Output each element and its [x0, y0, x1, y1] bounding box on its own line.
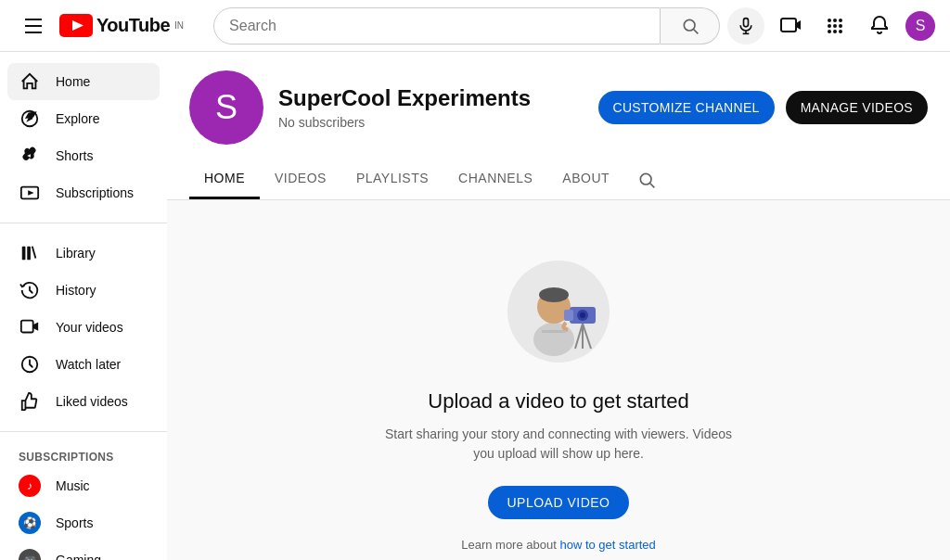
shorts-icon — [19, 145, 41, 167]
sidebar-item-sports[interactable]: ⚽ Sports — [7, 504, 160, 541]
sidebar-label-subscriptions: Subscriptions — [56, 185, 134, 200]
customize-channel-button[interactable]: CUSTOMIZE CHANNEL — [598, 91, 775, 124]
home-icon — [19, 70, 41, 93]
sidebar-item-liked-videos[interactable]: Liked videos — [7, 383, 160, 420]
how-to-get-started-link[interactable]: how to get started — [559, 538, 655, 552]
sidebar-label-history: History — [56, 283, 96, 298]
bell-icon — [868, 15, 891, 37]
sidebar-subscriptions-section: SUBSCRIPTIONS ♪ Music ⚽ Sports 🎮 Gaming … — [0, 439, 167, 560]
svg-rect-25 — [22, 247, 26, 261]
channel-actions: CUSTOMIZE CHANNEL MANAGE VIDEOS — [598, 91, 928, 124]
music-channel-icon: ♪ — [19, 475, 41, 497]
app: Home Explore Shorts — [0, 0, 950, 560]
sidebar-item-your-videos[interactable]: Your videos — [7, 309, 160, 346]
sidebar-label-your-videos: Your videos — [56, 320, 123, 335]
sidebar-item-watch-later[interactable]: Watch later — [7, 346, 160, 383]
channel-subscribers: No subscribers — [278, 115, 584, 130]
sidebar-item-gaming[interactable]: 🎮 Gaming — [7, 541, 160, 560]
apps-button[interactable] — [816, 7, 854, 45]
sidebar-label-shorts: Shorts — [56, 148, 93, 163]
sidebar-label-watch-later: Watch later — [56, 357, 121, 372]
tab-about[interactable]: ABOUT — [547, 159, 624, 199]
sidebar-item-explore[interactable]: Explore — [7, 100, 160, 137]
watch-later-icon — [19, 353, 41, 375]
svg-point-39 — [640, 173, 651, 185]
notifications-button[interactable] — [861, 7, 898, 45]
search-icon — [681, 17, 700, 35]
menu-button[interactable] — [15, 7, 52, 45]
svg-point-48 — [580, 312, 585, 318]
sidebar-main-section: Home Explore Shorts — [0, 59, 167, 215]
apps-icon — [824, 15, 846, 37]
sports-channel-icon: ⚽ — [19, 512, 41, 534]
your-videos-icon — [19, 316, 41, 338]
svg-line-3 — [693, 29, 698, 33]
main-content: S SuperCool Experiments No subscribers C… — [167, 52, 950, 560]
sidebar-label-liked-videos: Liked videos — [56, 394, 128, 409]
user-avatar-button[interactable]: S — [905, 11, 935, 41]
sidebar-item-history[interactable]: History — [7, 272, 160, 309]
channel-tabs: HOME VIDEOS PLAYLISTS CHANNELS ABOUT — [189, 159, 928, 199]
upload-video-button[interactable]: UPLOAD VIDEO — [488, 486, 628, 519]
svg-line-40 — [650, 183, 655, 187]
divider-1 — [0, 223, 167, 223]
library-icon — [19, 242, 41, 264]
sidebar-item-shorts[interactable]: Shorts — [7, 137, 160, 174]
create-button[interactable] — [772, 7, 809, 45]
gaming-channel-icon: 🎮 — [19, 549, 41, 560]
svg-rect-26 — [27, 247, 31, 261]
tab-home[interactable]: HOME — [189, 159, 260, 199]
logo-text: YouTube — [96, 15, 170, 36]
tab-videos[interactable]: VIDEOS — [260, 159, 341, 199]
svg-rect-4 — [744, 18, 749, 26]
sidebar-item-home[interactable]: Home — [7, 63, 160, 100]
liked-videos-icon — [19, 390, 41, 413]
svg-point-44 — [539, 287, 569, 302]
svg-point-16 — [833, 24, 837, 28]
manage-videos-button[interactable]: MANAGE VIDEOS — [786, 91, 928, 124]
sidebar-item-music[interactable]: ♪ Music — [7, 467, 160, 504]
sidebar-library-section: Library History — [0, 231, 167, 424]
channel-details: SuperCool Experiments No subscribers — [278, 85, 584, 130]
channel-name: SuperCool Experiments — [278, 85, 584, 111]
svg-point-15 — [828, 24, 831, 28]
svg-point-42 — [533, 323, 574, 356]
search-container — [213, 7, 764, 45]
channel-avatar: S — [189, 70, 263, 145]
tab-channels[interactable]: CHANNELS — [443, 159, 547, 199]
channel-header: S SuperCool Experiments No subscribers C… — [167, 52, 950, 200]
svg-point-2 — [684, 19, 695, 31]
header-right: S — [772, 7, 935, 45]
search-input[interactable] — [229, 18, 645, 34]
svg-rect-46 — [564, 310, 573, 321]
svg-rect-52 — [542, 330, 566, 333]
empty-illustration — [503, 256, 614, 367]
empty-state-learn: Learn more about how to get started — [461, 538, 656, 552]
subscriptions-title: SUBSCRIPTIONS — [0, 443, 167, 467]
sidebar-label-explore: Explore — [56, 111, 99, 126]
hamburger-icon — [25, 19, 42, 33]
sidebar: Home Explore Shorts — [0, 52, 167, 560]
svg-point-12 — [828, 19, 831, 22]
svg-point-13 — [833, 19, 837, 22]
sidebar-label-library: Library — [56, 246, 96, 261]
youtube-logo[interactable]: YouTubeIN — [59, 14, 184, 37]
sidebar-item-subscriptions[interactable]: Subscriptions — [7, 174, 160, 211]
youtube-logo-icon — [59, 14, 93, 37]
tab-playlists[interactable]: PLAYLISTS — [341, 159, 443, 199]
empty-state: Upload a video to get started Start shar… — [167, 200, 950, 560]
history-icon — [19, 279, 41, 301]
sidebar-item-library[interactable]: Library — [7, 235, 160, 272]
sidebar-label-sports: Sports — [56, 515, 93, 530]
empty-state-title: Upload a video to get started — [428, 389, 688, 414]
subscriptions-icon — [19, 182, 41, 204]
microphone-button[interactable] — [727, 7, 764, 45]
sidebar-label-gaming: Gaming — [56, 553, 101, 560]
search-button[interactable] — [661, 7, 720, 45]
channel-search-button[interactable] — [632, 165, 661, 195]
svg-rect-27 — [21, 321, 33, 333]
svg-point-14 — [839, 19, 842, 22]
empty-state-learn-text: Learn more about — [461, 538, 559, 552]
create-icon — [779, 15, 802, 37]
sidebar-label-home: Home — [56, 74, 90, 89]
